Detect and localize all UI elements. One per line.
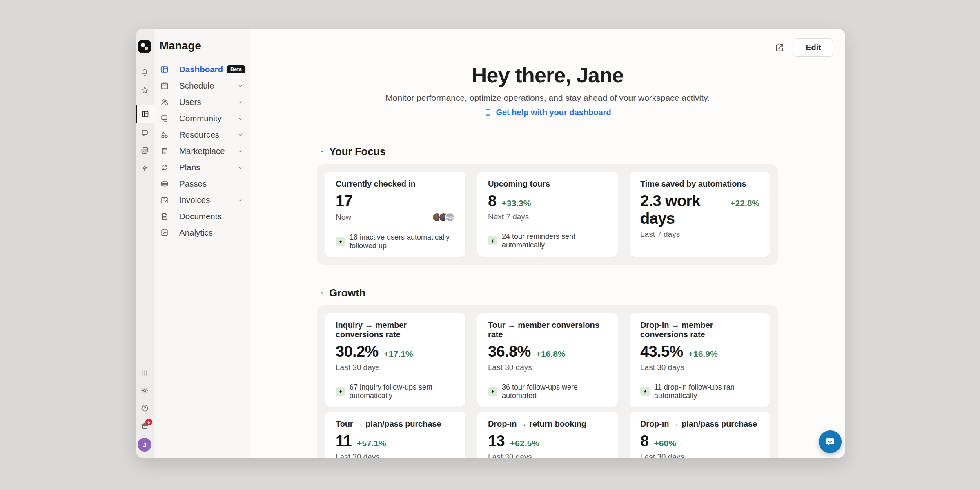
settings-gear-icon[interactable] (136, 382, 154, 399)
chevron-down-icon (237, 132, 243, 138)
sidebar-title: Manage (154, 39, 250, 52)
metric-card-dropin-purchase[interactable]: Drop-in → plan/pass purchase 8 +60% Last… (630, 412, 770, 459)
sidebar-item-label: Resources (179, 130, 219, 140)
help-link[interactable]: Get help with your dashboard (484, 108, 611, 117)
divider (336, 228, 455, 228)
sidebar-item-passes[interactable]: Passes (154, 176, 250, 192)
sidebar-item-label: Passes (179, 179, 207, 189)
sidebar-item-schedule[interactable]: Schedule (154, 78, 250, 94)
analytics-icon (160, 228, 169, 237)
chevron-down-icon (319, 148, 325, 155)
metric-card-time-saved[interactable]: Time saved by automations 2.3 work days … (630, 172, 770, 257)
card-grid: Inquiry → member conversions rate 30.2% … (317, 305, 778, 459)
card-caption: Last 30 days (640, 363, 684, 372)
sidebar-item-marketplace[interactable]: Marketplace (154, 143, 250, 159)
rail-top-group (136, 64, 154, 177)
app-window: 5 J Manage Dashboard Beta Schedule Users (136, 29, 845, 458)
page-subtitle: Monitor performance, optimize operations… (250, 93, 845, 103)
automation-note: 11 drop-in follow-ups ran automatically (654, 383, 760, 400)
card-title: Currently checked in (336, 179, 455, 189)
automation-bolt-icon (336, 387, 345, 396)
chat-bubble-icon (824, 436, 836, 448)
dashboard-icon (160, 65, 169, 74)
metric-card-tour-conversions[interactable]: Tour → member conversions rate 36.8% +16… (477, 313, 618, 407)
automation-note: 24 tour reminders sent automatically (502, 232, 607, 249)
sidebar-item-label: Documents (179, 212, 222, 221)
section-growth: Growth Inquiry → member conversions rate… (317, 287, 778, 459)
metric-card-inquiry-conversions[interactable]: Inquiry → member conversions rate 30.2% … (325, 313, 466, 407)
user-avatar[interactable]: J (138, 438, 151, 452)
rail-bottom-group: 5 J (136, 364, 154, 452)
card-grid: Currently checked in 17 Now +15 (317, 164, 778, 265)
chevron-down-icon (237, 165, 243, 171)
automation-bolt-icon (640, 387, 650, 396)
section-header[interactable]: Growth (319, 287, 778, 299)
card-title: Time saved by automations (640, 179, 760, 189)
chevron-down-icon (237, 116, 243, 122)
card-value: 30.2% (336, 343, 379, 361)
sidebar-item-resources[interactable]: Resources (154, 127, 250, 143)
card-title: Drop-in → member conversions rate (640, 321, 760, 339)
card-value: 17 (336, 192, 352, 210)
open-external-icon[interactable] (774, 42, 785, 53)
chevron-down-icon (319, 290, 325, 296)
metric-card-tour-purchase[interactable]: Tour → plan/pass purchase 11 +57.1% Last… (325, 412, 466, 459)
messages-chat-icon[interactable] (136, 124, 154, 142)
edit-button[interactable]: Edit (794, 38, 833, 57)
card-title: Tour → plan/pass purchase (336, 419, 455, 429)
manage-module-icon[interactable] (136, 105, 154, 123)
sidebar-item-label: Analytics (179, 228, 213, 238)
sidebar-item-plans[interactable]: Plans (154, 159, 250, 176)
community-chat-icon (160, 114, 169, 123)
card-value: 13 (488, 432, 505, 450)
sidebar-item-dashboard[interactable]: Dashboard Beta (154, 61, 250, 78)
card-caption: Next 7 days (488, 212, 529, 221)
help-icon[interactable] (136, 399, 154, 417)
main-content: Edit Hey there, Jane Monitor performance… (250, 29, 845, 458)
card-value: 8 (488, 192, 497, 210)
card-title: Drop-in → return booking (488, 419, 607, 429)
metric-card-upcoming-tours[interactable]: Upcoming tours 8 +33.3% Next 7 days 24 t… (477, 172, 618, 257)
top-actions: Edit (774, 38, 833, 57)
plans-cycle-icon (160, 163, 169, 172)
metric-card-currently-checked-in[interactable]: Currently checked in 17 Now +15 (325, 172, 466, 257)
tasks-layers-icon[interactable] (136, 142, 154, 159)
card-caption: Last 7 days (640, 230, 680, 239)
sidebar-item-invoices[interactable]: Invoices (154, 192, 250, 208)
metric-card-dropin-conversions[interactable]: Drop-in → member conversions rate 43.5% … (630, 313, 770, 407)
card-caption: Now (336, 213, 351, 222)
metric-card-dropin-return[interactable]: Drop-in → return booking 13 +62.5% Last … (477, 412, 618, 459)
automations-lightning-icon[interactable] (136, 159, 154, 177)
sidebar-item-label: Dashboard (179, 65, 223, 74)
storefront-icon (160, 147, 169, 156)
card-value: 43.5% (640, 343, 683, 361)
notifications-bell-icon[interactable] (136, 64, 154, 81)
sections: Your Focus Currently checked in 17 Now +… (317, 145, 778, 459)
section-header[interactable]: Your Focus (319, 145, 778, 158)
automation-note: 18 inactive users automatically followed… (350, 233, 455, 250)
chat-launcher-button[interactable] (819, 430, 842, 453)
card-delta: +60% (654, 439, 676, 448)
card-title: Tour → member conversions rate (488, 321, 607, 339)
automation-bolt-icon (336, 237, 345, 246)
avatar-group[interactable]: +15 (432, 212, 455, 222)
sidebar-item-users[interactable]: Users (154, 94, 250, 110)
card-delta: +22.8% (730, 198, 760, 208)
brand-logo[interactable] (138, 40, 151, 53)
chevron-down-icon (237, 148, 243, 154)
card-delta: +17.1% (384, 349, 413, 359)
card-caption: Last 30 days (488, 363, 532, 372)
divider (640, 378, 760, 378)
sidebar-item-analytics[interactable]: Analytics (154, 225, 250, 241)
card-delta: +33.3% (502, 198, 531, 208)
apps-grid-icon[interactable] (136, 364, 154, 382)
sidebar-item-community[interactable]: Community (154, 110, 250, 127)
sidebar-item-documents[interactable]: Documents (154, 208, 250, 225)
card-caption: Last 30 days (640, 452, 684, 459)
card-title: Upcoming tours (488, 179, 607, 189)
sidebar-nav: Dashboard Beta Schedule Users Community (154, 61, 250, 241)
card-title: Drop-in → plan/pass purchase (640, 419, 760, 429)
whats-new-gift-icon[interactable]: 5 (136, 417, 154, 434)
sidebar-item-label: Users (179, 97, 201, 107)
favorites-star-icon[interactable] (136, 81, 154, 99)
